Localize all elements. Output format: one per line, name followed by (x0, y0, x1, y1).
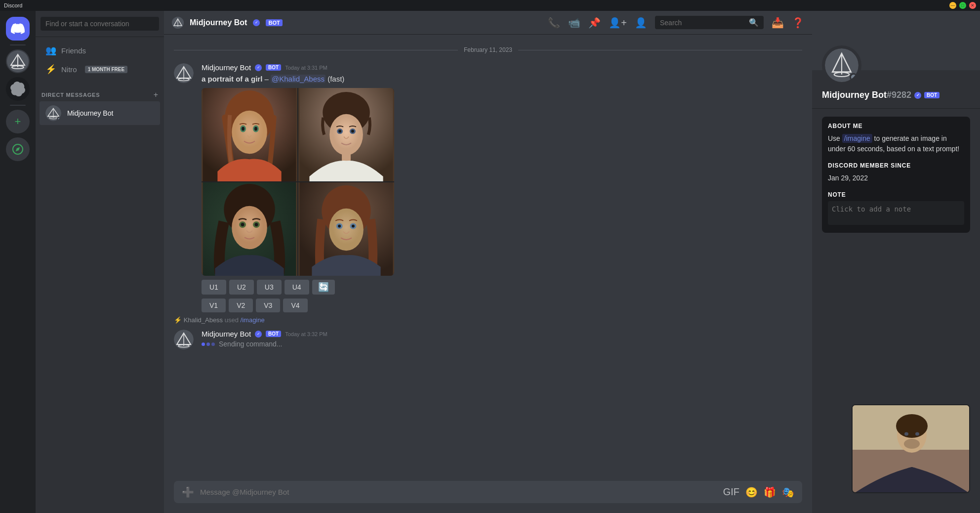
svg-point-60 (915, 432, 919, 436)
titlebar-controls: — □ ✕ (949, 2, 976, 9)
member-list-icon[interactable]: 👤 (635, 17, 647, 29)
portrait-2[interactable] (298, 88, 394, 181)
help-icon[interactable]: ❓ (792, 17, 804, 29)
dm-user-name: Midjourney Bot (67, 109, 113, 117)
svg-point-58 (896, 414, 928, 438)
attach-icon[interactable]: ➕ (182, 486, 194, 498)
dot-3 (211, 342, 215, 346)
midjourney-avatar (45, 105, 61, 121)
message-input[interactable] (200, 481, 717, 503)
find-conversation-input[interactable] (41, 17, 159, 31)
gif-icon[interactable]: GIF (723, 486, 739, 498)
message1-strong-text: a portrait of a girl (202, 75, 262, 83)
add-member-icon[interactable]: 👤+ (609, 17, 627, 29)
maximize-button[interactable]: □ (959, 2, 966, 9)
icon-sidebar: + (0, 11, 36, 513)
svg-point-19 (232, 111, 267, 154)
portrait-4[interactable] (298, 182, 394, 276)
main-chat-area: Midjourney Bot ✓ BOT 📞 📹 📌 👤+ 👤 🔍 📥 ❓ (164, 11, 812, 513)
gift-icon[interactable]: 🎁 (764, 486, 776, 498)
message-input-box: ➕ GIF 😊 🎁 🎭 (174, 481, 802, 503)
message1-header: Midjourney Bot ✓ BOT Today at 3:31 PM (202, 63, 802, 72)
message2-verified-icon: ✓ (255, 331, 262, 338)
verified-checkmark-icon: ✓ (253, 19, 260, 26)
dm-user-midjourney[interactable]: Midjourney Bot (40, 101, 160, 125)
v4-button[interactable]: V4 (283, 299, 307, 312)
titlebar: Discord — □ ✕ (0, 0, 980, 11)
svg-point-38 (241, 223, 245, 226)
video-call-icon[interactable]: 📹 (568, 17, 580, 29)
profile-status-dot (850, 73, 858, 81)
svg-point-45 (338, 225, 341, 228)
emoji-icon[interactable]: 😊 (745, 486, 758, 498)
discover-button[interactable] (6, 137, 30, 161)
variation-buttons-row: V1 V2 V3 V4 (202, 299, 802, 312)
profile-avatar-large (822, 45, 861, 85)
sending-text: Sending command... (219, 340, 282, 348)
svg-point-42 (329, 209, 364, 251)
note-input[interactable] (828, 201, 964, 225)
v1-button[interactable]: V1 (202, 299, 226, 312)
dot-2 (206, 342, 210, 346)
discord-home-button[interactable] (6, 17, 30, 41)
add-server-button[interactable]: + (6, 110, 30, 133)
phone-call-icon[interactable]: 📞 (548, 17, 560, 29)
message1-text-suffix: (fast) (327, 75, 344, 83)
about-me-highlight: /imagine (842, 134, 872, 143)
pin-icon[interactable]: 📌 (588, 17, 601, 29)
svg-point-27 (329, 114, 363, 156)
message1-timestamp: Today at 3:31 PM (285, 65, 327, 71)
close-button[interactable]: ✕ (969, 2, 976, 9)
u4-button[interactable]: U4 (285, 280, 309, 295)
profile-bot-badge: BOT (924, 92, 939, 98)
header-actions: 📞 📹 📌 👤+ 👤 🔍 📥 ❓ (548, 16, 804, 29)
channel-bot-badge: BOT (266, 19, 282, 26)
message2-header: Midjourney Bot ✓ BOT Today at 3:32 PM (202, 330, 802, 338)
used-command-indicator: ⚡ Khalid_Abess used /imagine (164, 316, 812, 324)
svg-point-23 (254, 127, 257, 131)
divider-line-right (518, 50, 802, 50)
about-me-title: ABOUT ME (828, 123, 964, 129)
svg-point-59 (904, 432, 908, 436)
portrait-3[interactable] (202, 182, 297, 276)
message-group-1: Midjourney Bot ✓ BOT Today at 3:31 PM a … (164, 61, 812, 314)
used-command-text: used (225, 316, 239, 324)
friends-nav-item[interactable]: 👥 Friends (40, 41, 160, 60)
used-command-command: /imagine (241, 316, 265, 324)
portrait-1[interactable] (202, 88, 297, 181)
u2-button[interactable]: U2 (229, 280, 254, 295)
dm-nav-items: 👥 Friends ⚡ Nitro 1 MONTH FREE (36, 37, 164, 83)
message1-mention: @Khalid_Abess (271, 75, 326, 83)
search-input[interactable] (660, 19, 745, 27)
message1-bot-badge: BOT (266, 64, 281, 71)
webcam-overlay (852, 404, 970, 493)
server-icon-1[interactable] (6, 49, 30, 73)
used-command-icon: ⚡ (174, 316, 182, 324)
svg-point-35 (232, 206, 267, 250)
sticker-icon[interactable]: 🎭 (782, 486, 794, 498)
webcam-content (853, 405, 969, 492)
message2-author: Midjourney Bot (202, 330, 251, 338)
add-dm-button[interactable]: + (154, 90, 158, 99)
used-command-user: Khalid_Abess (184, 316, 223, 324)
search-icon: 🔍 (749, 18, 759, 27)
channel-name: Midjourney Bot (190, 18, 247, 27)
messages-area: February 11, 2023 Midjourney Bot (164, 35, 812, 481)
inbox-icon[interactable]: 📥 (772, 17, 784, 29)
refresh-button[interactable]: 🔄 (312, 280, 335, 295)
nitro-nav-item[interactable]: ⚡ Nitro 1 MONTH FREE (40, 60, 160, 79)
v2-button[interactable]: V2 (229, 299, 253, 312)
u1-button[interactable]: U1 (202, 280, 226, 295)
dot-1 (202, 342, 205, 346)
message1-author: Midjourney Bot (202, 63, 251, 72)
u3-button[interactable]: U3 (257, 280, 282, 295)
v3-button[interactable]: V3 (256, 299, 280, 312)
sidebar-divider-2 (10, 105, 26, 106)
minimize-button[interactable]: — (949, 2, 956, 9)
loading-dots (202, 342, 215, 346)
message1-text: a portrait of a girl – @Khalid_Abess (fa… (202, 74, 802, 84)
app-layout: + 👥 Friends ⚡ Nitro 1 MONTH FREE DIRECT … (0, 11, 980, 513)
server-icon-openai[interactable] (6, 77, 30, 101)
friends-label: Friends (61, 46, 86, 55)
svg-point-30 (338, 130, 341, 133)
